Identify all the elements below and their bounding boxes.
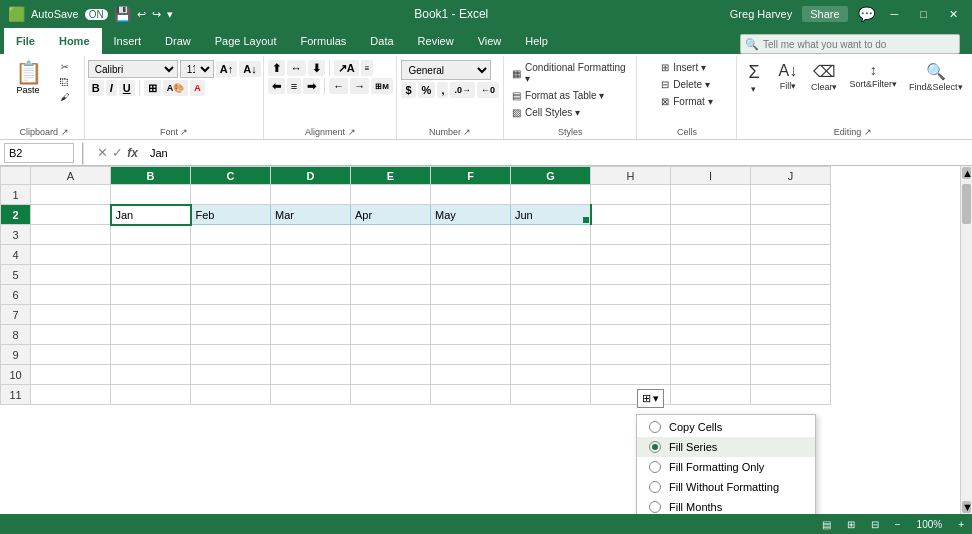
minimize-btn[interactable]: ─ <box>885 8 905 20</box>
conditional-formatting-btn[interactable]: ▦ Conditional Formatting ▾ <box>510 60 630 86</box>
cell-J1[interactable] <box>751 185 831 205</box>
cell-E10[interactable] <box>351 365 431 385</box>
cell-F4[interactable] <box>431 245 511 265</box>
format-btn[interactable]: ⊠ Format ▾ <box>659 94 714 109</box>
row-header-11[interactable]: 11 <box>1 385 31 405</box>
cell-A1[interactable] <box>31 185 111 205</box>
increase-font-btn[interactable]: A↑ <box>216 61 237 77</box>
cell-J10[interactable] <box>751 365 831 385</box>
cell-I8[interactable] <box>671 325 751 345</box>
cell-B10[interactable] <box>111 365 191 385</box>
cell-H1[interactable] <box>591 185 671 205</box>
cell-E7[interactable] <box>351 305 431 325</box>
cell-C11[interactable] <box>191 385 271 405</box>
col-header-D[interactable]: D <box>271 167 351 185</box>
autosum-btn[interactable]: Σ ▾ <box>739 60 769 96</box>
cell-F7[interactable] <box>431 305 511 325</box>
cell-D2[interactable]: Mar <box>271 205 351 225</box>
cell-A11[interactable] <box>31 385 111 405</box>
find-select-btn[interactable]: 🔍 Find&Select▾ <box>905 60 967 94</box>
page-break-view-btn[interactable]: ⊟ <box>871 519 879 530</box>
row-header-1[interactable]: 1 <box>1 185 31 205</box>
cell-E2[interactable]: Apr <box>351 205 431 225</box>
insert-function-icon[interactable]: fx <box>127 146 138 160</box>
cell-F6[interactable] <box>431 285 511 305</box>
cell-G3[interactable] <box>511 225 591 245</box>
cell-A7[interactable] <box>31 305 111 325</box>
cell-H3[interactable] <box>591 225 671 245</box>
row-header-9[interactable]: 9 <box>1 345 31 365</box>
menu-item-fill-without-formatting[interactable]: Fill Without Formatting <box>637 477 815 497</box>
undo-icon[interactable]: ↩ <box>137 8 146 21</box>
scroll-down-btn[interactable]: ▼ <box>962 501 971 513</box>
cell-B3[interactable] <box>111 225 191 245</box>
cell-H7[interactable] <box>591 305 671 325</box>
cell-E6[interactable] <box>351 285 431 305</box>
cell-I10[interactable] <box>671 365 751 385</box>
cell-A3[interactable] <box>31 225 111 245</box>
tab-data[interactable]: Data <box>358 28 405 54</box>
cell-E5[interactable] <box>351 265 431 285</box>
cell-E8[interactable] <box>351 325 431 345</box>
cell-I3[interactable] <box>671 225 751 245</box>
spreadsheet-wrapper[interactable]: A B C D E F G H I J 1 <box>0 166 960 514</box>
col-header-H[interactable]: H <box>591 167 671 185</box>
col-header-J[interactable]: J <box>751 167 831 185</box>
cell-D5[interactable] <box>271 265 351 285</box>
normal-view-btn[interactable]: ▤ <box>822 519 831 530</box>
scroll-up-btn[interactable]: ▲ <box>962 167 971 179</box>
border-btn[interactable]: ⊞ <box>144 80 161 96</box>
decrease-indent-btn[interactable]: ← <box>329 78 348 94</box>
tab-home[interactable]: Home <box>47 28 102 54</box>
cell-C9[interactable] <box>191 345 271 365</box>
row-header-6[interactable]: 6 <box>1 285 31 305</box>
cell-I7[interactable] <box>671 305 751 325</box>
font-name-select[interactable]: Calibri <box>88 60 178 78</box>
cell-C4[interactable] <box>191 245 271 265</box>
search-input[interactable] <box>763 39 955 50</box>
cell-B11[interactable] <box>111 385 191 405</box>
cell-J9[interactable] <box>751 345 831 365</box>
number-format-select[interactable]: General <box>401 60 491 80</box>
align-bottom-btn[interactable]: ⬇ <box>308 60 325 76</box>
cell-G8[interactable] <box>511 325 591 345</box>
cell-G10[interactable] <box>511 365 591 385</box>
col-header-G[interactable]: G <box>511 167 591 185</box>
cell-F5[interactable] <box>431 265 511 285</box>
search-box[interactable]: 🔍 <box>740 34 960 54</box>
row-header-2[interactable]: 2 <box>1 205 31 225</box>
increase-indent-btn[interactable]: → <box>350 78 369 94</box>
cell-A5[interactable] <box>31 265 111 285</box>
cell-E3[interactable] <box>351 225 431 245</box>
cell-I4[interactable] <box>671 245 751 265</box>
bold-btn[interactable]: B <box>88 80 104 96</box>
align-left-btn[interactable]: ⬅ <box>268 78 285 94</box>
cell-D8[interactable] <box>271 325 351 345</box>
zoom-in-btn[interactable]: + <box>958 519 964 530</box>
cell-C8[interactable] <box>191 325 271 345</box>
format-as-table-btn[interactable]: ▤ Format as Table ▾ <box>510 88 606 103</box>
cell-H9[interactable] <box>591 345 671 365</box>
cell-C1[interactable] <box>191 185 271 205</box>
cell-C7[interactable] <box>191 305 271 325</box>
align-middle-btn[interactable]: ↔ <box>287 60 306 76</box>
cell-C6[interactable] <box>191 285 271 305</box>
menu-item-fill-series[interactable]: Fill Series <box>637 437 815 457</box>
cell-E11[interactable] <box>351 385 431 405</box>
confirm-icon[interactable]: ✓ <box>112 145 123 160</box>
increase-decimal-btn[interactable]: .0→ <box>450 82 475 98</box>
cell-I11[interactable] <box>671 385 751 405</box>
cell-D4[interactable] <box>271 245 351 265</box>
col-header-F[interactable]: F <box>431 167 511 185</box>
col-header-A[interactable]: A <box>31 167 111 185</box>
cell-A6[interactable] <box>31 285 111 305</box>
comments-icon[interactable]: 💬 <box>858 6 875 22</box>
tab-review[interactable]: Review <box>406 28 466 54</box>
merge-btn[interactable]: ⊞M <box>371 78 393 94</box>
cell-H10[interactable] <box>591 365 671 385</box>
decrease-font-btn[interactable]: A↓ <box>239 61 260 77</box>
font-color-btn[interactable]: A <box>190 80 205 96</box>
cell-G5[interactable] <box>511 265 591 285</box>
tab-file[interactable]: File <box>4 28 47 54</box>
cell-H6[interactable] <box>591 285 671 305</box>
